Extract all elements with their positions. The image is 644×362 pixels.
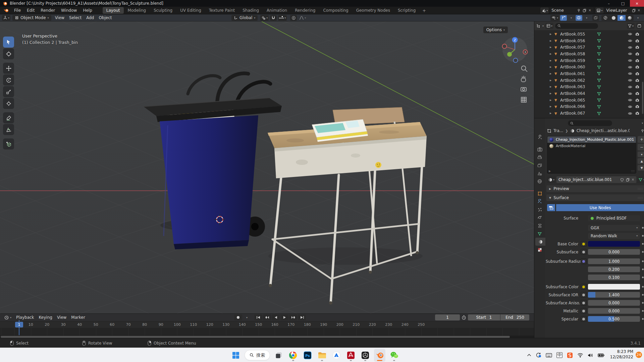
object-name[interactable]: ArtBook.066 bbox=[560, 104, 596, 109]
object-name[interactable]: ArtBook.065 bbox=[560, 98, 596, 103]
animate-dot[interactable] bbox=[640, 310, 644, 312]
expand-arrow-icon[interactable]: ▶ bbox=[550, 59, 554, 62]
property-value-field[interactable] bbox=[588, 241, 640, 247]
hide-eye-icon[interactable] bbox=[628, 32, 632, 36]
new-collection-button[interactable] bbox=[636, 23, 642, 29]
viewport-menu-item[interactable]: View bbox=[53, 15, 67, 20]
node-socket[interactable] bbox=[581, 316, 587, 322]
overlays-dropdown[interactable]: ▾ bbox=[583, 15, 590, 21]
timeline-tick[interactable]: 70 bbox=[126, 322, 131, 327]
node-socket[interactable] bbox=[581, 300, 587, 306]
timeline-menu-item[interactable]: Playback bbox=[14, 315, 37, 320]
link-material-dropdown[interactable]: ▾ bbox=[637, 176, 644, 183]
file-explorer-app[interactable] bbox=[316, 349, 328, 362]
expand-arrow-icon[interactable]: ▶ bbox=[550, 72, 554, 75]
notification-badge[interactable]: 24 bbox=[636, 352, 642, 358]
timeline-tick[interactable]: 180 bbox=[304, 322, 311, 327]
3d-viewport[interactable]: Z x bbox=[0, 21, 534, 313]
animate-dot[interactable] bbox=[640, 227, 644, 229]
property-value-field[interactable]: 1.400 bbox=[588, 292, 640, 298]
tab-texture[interactable] bbox=[535, 246, 544, 254]
node-socket[interactable] bbox=[581, 308, 587, 314]
rotate-tool[interactable] bbox=[3, 74, 14, 85]
show-gizmo-dropdown[interactable]: ▾ bbox=[550, 15, 559, 21]
workspace-tab[interactable]: Layout bbox=[103, 7, 124, 14]
viewport-menu-item[interactable]: Add bbox=[84, 15, 96, 20]
select-box-tool[interactable] bbox=[3, 37, 14, 48]
animate-dot[interactable] bbox=[640, 235, 644, 237]
prev-keyframe-button[interactable] bbox=[263, 314, 271, 320]
timeline-tick[interactable]: 120 bbox=[206, 322, 213, 327]
menu-item[interactable]: Window bbox=[58, 7, 80, 13]
photoshop-app[interactable]: Ps bbox=[302, 349, 313, 362]
transform-tool[interactable] bbox=[3, 98, 14, 109]
disable-render-camera-icon[interactable] bbox=[635, 105, 639, 109]
blender-menu-logo-icon[interactable] bbox=[3, 8, 9, 13]
timeline-ruler[interactable]: 1 10203040506070809010011012013014015016… bbox=[0, 321, 534, 328]
node-socket[interactable] bbox=[581, 292, 587, 298]
tab-scene[interactable] bbox=[535, 169, 544, 177]
hide-eye-icon[interactable] bbox=[628, 85, 632, 89]
proportional-editing-toggle[interactable] bbox=[290, 15, 297, 21]
timeline-tick[interactable]: 170 bbox=[287, 322, 294, 327]
outliner-row[interactable]: ▶ ▼ ArtBook.061 bbox=[534, 70, 644, 77]
add-slot-button[interactable]: + bbox=[638, 136, 644, 143]
shading-dropdown[interactable]: ▾ bbox=[635, 15, 641, 21]
breadcrumb-material-name[interactable]: Cheap_Injecti...astic.blue.001 bbox=[577, 128, 630, 133]
expand-arrow-icon[interactable]: ▶ bbox=[550, 66, 554, 68]
timeline-tick[interactable]: 80 bbox=[142, 322, 147, 327]
workspace-tab[interactable]: Modeling bbox=[124, 7, 150, 14]
timeline-tick[interactable]: 90 bbox=[159, 322, 163, 327]
options-dropdown[interactable]: Options▾ bbox=[483, 26, 508, 33]
workspace-tab[interactable]: Animation bbox=[263, 7, 291, 14]
expand-arrow-icon[interactable]: ▶ bbox=[550, 99, 554, 102]
outliner-display-mode-dropdown[interactable]: ▾ bbox=[545, 23, 553, 29]
animate-dot[interactable] bbox=[640, 277, 644, 278]
timeline-tick[interactable]: 150 bbox=[255, 322, 262, 327]
move-slot-up-button[interactable]: ▲ bbox=[638, 158, 644, 164]
timeline-tick[interactable]: 190 bbox=[320, 322, 327, 327]
menu-item[interactable]: Edit bbox=[24, 7, 38, 13]
outliner-row[interactable]: ▶ ▼ ArtBook.062 bbox=[534, 77, 644, 84]
acrobat-app[interactable] bbox=[345, 349, 357, 362]
tab-output[interactable] bbox=[535, 153, 544, 161]
material-slot[interactable]: ArtBookMaterial bbox=[547, 143, 636, 149]
mode-dropdown[interactable]: Object Mode ▾ bbox=[12, 15, 51, 21]
surface-shader-button[interactable]: Principled BSDF bbox=[588, 215, 640, 221]
breadcrumb-object-name[interactable]: Tra... bbox=[553, 128, 563, 133]
property-value-field[interactable]: 0.000 bbox=[588, 300, 640, 306]
move-tool[interactable] bbox=[3, 63, 14, 74]
outliner-scrollbar[interactable] bbox=[642, 82, 643, 114]
outliner-row[interactable]: ▶ ▼ ArtBook.056 bbox=[534, 38, 644, 44]
battery-icon[interactable] bbox=[598, 353, 604, 357]
animate-dot[interactable] bbox=[640, 302, 644, 304]
node-socket[interactable] bbox=[581, 284, 587, 290]
snap-target-dropdown[interactable]: ▾ bbox=[278, 15, 287, 21]
workspace-tab[interactable]: Rendering bbox=[291, 7, 319, 14]
disable-render-camera-icon[interactable] bbox=[635, 98, 639, 102]
tab-object[interactable] bbox=[535, 189, 544, 197]
timeline-menu-item[interactable]: Marker bbox=[69, 315, 87, 320]
workspace-tab[interactable]: Sculpting bbox=[150, 7, 176, 14]
jump-to-start-button[interactable] bbox=[254, 314, 262, 320]
outliner-row[interactable]: ▶ ▼ ArtBook.063 bbox=[534, 84, 644, 90]
measure-tool[interactable] bbox=[3, 124, 14, 135]
subsurface-method-dropdown[interactable]: Random Walk▾ bbox=[588, 233, 640, 239]
fake-user-shield-icon[interactable] bbox=[620, 178, 624, 182]
disable-render-camera-icon[interactable] bbox=[635, 111, 639, 115]
task-view-button[interactable] bbox=[273, 349, 284, 362]
tab-particles[interactable] bbox=[535, 205, 544, 214]
unity-hub-app[interactable] bbox=[360, 349, 371, 362]
outliner-row[interactable]: ▶ ▼ ArtBook.055 bbox=[534, 31, 644, 38]
pin-icon[interactable] bbox=[641, 129, 644, 133]
outliner-search-input[interactable] bbox=[555, 23, 598, 29]
next-keyframe-button[interactable] bbox=[289, 314, 297, 320]
hide-eye-icon[interactable] bbox=[628, 105, 632, 109]
wifi-icon[interactable] bbox=[577, 353, 583, 358]
volume-icon[interactable] bbox=[588, 353, 593, 358]
expand-arrow-icon[interactable]: ▶ bbox=[550, 46, 554, 49]
disable-render-camera-icon[interactable] bbox=[635, 52, 639, 56]
animate-dot[interactable] bbox=[640, 294, 644, 296]
timeline-tick[interactable]: 20 bbox=[45, 322, 49, 327]
property-value-field[interactable]: 1.000 bbox=[588, 258, 640, 264]
